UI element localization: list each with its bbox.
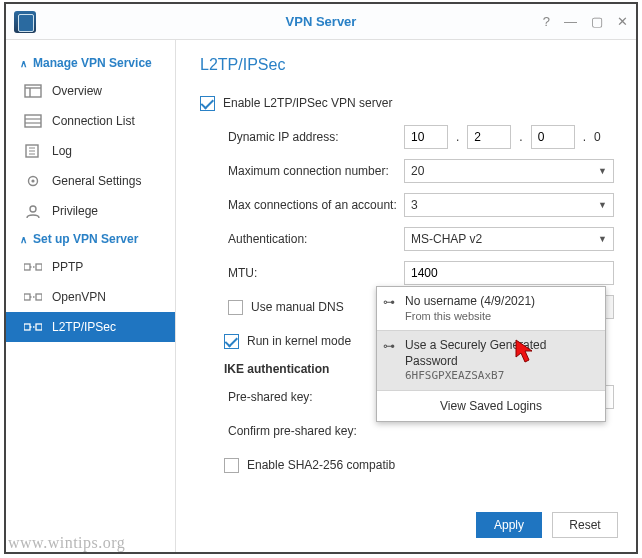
dyn-ip-d-static: 0 bbox=[594, 130, 601, 144]
overview-icon bbox=[24, 84, 42, 98]
popup-no-username-sub: From this website bbox=[405, 309, 597, 324]
sidebar-item-privilege[interactable]: Privilege bbox=[6, 196, 175, 226]
log-icon bbox=[24, 144, 42, 158]
dot: . bbox=[579, 130, 590, 144]
chevron-down-icon: ▼ bbox=[598, 200, 607, 210]
dyn-ip-c-input[interactable] bbox=[531, 125, 575, 149]
apply-button[interactable]: Apply bbox=[476, 512, 542, 538]
key-icon: ⊶ bbox=[383, 338, 395, 354]
dot: . bbox=[452, 130, 463, 144]
max-conn-value: 20 bbox=[411, 164, 424, 178]
sidebar-item-label: Privilege bbox=[52, 204, 98, 218]
sidebar-item-pptp[interactable]: PPTP bbox=[6, 252, 175, 282]
titlebar: VPN Server ? — ▢ ✕ bbox=[6, 4, 636, 40]
svg-rect-19 bbox=[24, 324, 30, 330]
chevron-down-icon: ▼ bbox=[598, 166, 607, 176]
svg-rect-17 bbox=[36, 294, 42, 300]
sidebar-item-label: OpenVPN bbox=[52, 290, 106, 304]
max-acc-value: 3 bbox=[411, 198, 418, 212]
reset-label: Reset bbox=[569, 518, 600, 532]
gear-icon bbox=[24, 174, 42, 188]
popup-generate-password[interactable]: ⊶ Use a Securely Generated Password 6HFS… bbox=[377, 330, 605, 390]
auth-label: Authentication: bbox=[224, 232, 404, 246]
svg-rect-20 bbox=[36, 324, 42, 330]
apply-label: Apply bbox=[494, 518, 524, 532]
sidebar: ∧ Manage VPN Service Overview Connection… bbox=[6, 40, 176, 552]
svg-point-12 bbox=[30, 206, 36, 212]
svg-rect-0 bbox=[25, 85, 41, 97]
dot: . bbox=[515, 130, 526, 144]
dyn-ip-a-input[interactable] bbox=[404, 125, 448, 149]
user-icon bbox=[24, 204, 42, 218]
sha-compat-label: Enable SHA2-256 compatib bbox=[247, 458, 395, 472]
sidebar-item-label: General Settings bbox=[52, 174, 141, 188]
svg-rect-14 bbox=[36, 264, 42, 270]
auth-value: MS-CHAP v2 bbox=[411, 232, 482, 246]
svg-rect-13 bbox=[24, 264, 30, 270]
sidebar-item-overview[interactable]: Overview bbox=[6, 76, 175, 106]
svg-rect-16 bbox=[24, 294, 30, 300]
dyn-ip-label: Dynamic IP address: bbox=[224, 130, 404, 144]
max-acc-label: Max connections of an account: bbox=[224, 198, 404, 212]
max-conn-label: Maximum connection number: bbox=[224, 164, 404, 178]
manual-dns-checkbox[interactable] bbox=[228, 300, 243, 315]
chevron-up-icon: ∧ bbox=[20, 58, 27, 69]
sidebar-item-label: L2TP/IPSec bbox=[52, 320, 116, 334]
max-conn-select[interactable]: 20 ▼ bbox=[404, 159, 614, 183]
sidebar-item-label: PPTP bbox=[52, 260, 83, 274]
popup-generate-value: 6HFSGPXEAZSAxB7 bbox=[405, 369, 597, 384]
key-icon: ⊶ bbox=[383, 294, 395, 310]
enable-l2tp-checkbox[interactable] bbox=[200, 96, 215, 111]
sidebar-item-l2tp[interactable]: L2TP/IPSec bbox=[6, 312, 175, 342]
page-title: L2TP/IPSec bbox=[200, 56, 614, 74]
reset-button[interactable]: Reset bbox=[552, 512, 618, 538]
popup-no-username[interactable]: ⊶ No username (4/9/2021) From this websi… bbox=[377, 287, 605, 330]
minimize-icon[interactable]: — bbox=[564, 14, 577, 29]
dyn-ip-b-input[interactable] bbox=[467, 125, 511, 149]
list-icon bbox=[24, 114, 42, 128]
kernel-mode-label: Run in kernel mode bbox=[247, 334, 351, 348]
svg-point-11 bbox=[31, 179, 34, 182]
maximize-icon[interactable]: ▢ bbox=[591, 14, 603, 29]
sidebar-item-general-settings[interactable]: General Settings bbox=[6, 166, 175, 196]
popup-no-username-title: No username (4/9/2021) bbox=[405, 293, 597, 309]
mtu-input[interactable] bbox=[404, 261, 614, 285]
manual-dns-label: Use manual DNS bbox=[251, 300, 344, 314]
help-icon[interactable]: ? bbox=[543, 14, 550, 29]
kernel-mode-checkbox[interactable] bbox=[224, 334, 239, 349]
close-icon[interactable]: ✕ bbox=[617, 14, 628, 29]
password-popup: ⊶ No username (4/9/2021) From this websi… bbox=[376, 286, 606, 422]
openvpn-icon bbox=[24, 290, 42, 304]
sidebar-group-setup[interactable]: ∧ Set up VPN Server bbox=[6, 226, 175, 252]
pptp-icon bbox=[24, 260, 42, 274]
svg-rect-3 bbox=[25, 115, 41, 127]
confirm-psk-label: Confirm pre-shared key: bbox=[224, 424, 404, 438]
sha-compat-checkbox[interactable] bbox=[224, 458, 239, 473]
l2tp-icon bbox=[24, 320, 42, 334]
mtu-label: MTU: bbox=[224, 266, 404, 280]
sidebar-item-label: Connection List bbox=[52, 114, 135, 128]
sidebar-group-manage[interactable]: ∧ Manage VPN Service bbox=[6, 50, 175, 76]
enable-l2tp-label: Enable L2TP/IPSec VPN server bbox=[223, 96, 392, 110]
app-icon bbox=[14, 11, 36, 33]
popup-view-logins-label: View Saved Logins bbox=[440, 399, 542, 413]
popup-generate-title: Use a Securely Generated Password bbox=[405, 337, 597, 369]
sidebar-group-label: Set up VPN Server bbox=[33, 232, 138, 246]
sidebar-group-label: Manage VPN Service bbox=[33, 56, 152, 70]
popup-view-logins[interactable]: View Saved Logins bbox=[377, 390, 605, 421]
sidebar-item-connection-list[interactable]: Connection List bbox=[6, 106, 175, 136]
sidebar-item-label: Overview bbox=[52, 84, 102, 98]
sidebar-item-log[interactable]: Log bbox=[6, 136, 175, 166]
sidebar-item-openvpn[interactable]: OpenVPN bbox=[6, 282, 175, 312]
max-acc-select[interactable]: 3 ▼ bbox=[404, 193, 614, 217]
sidebar-item-label: Log bbox=[52, 144, 72, 158]
auth-select[interactable]: MS-CHAP v2 ▼ bbox=[404, 227, 614, 251]
chevron-down-icon: ▼ bbox=[598, 234, 607, 244]
chevron-up-icon: ∧ bbox=[20, 234, 27, 245]
window-title: VPN Server bbox=[6, 14, 636, 29]
